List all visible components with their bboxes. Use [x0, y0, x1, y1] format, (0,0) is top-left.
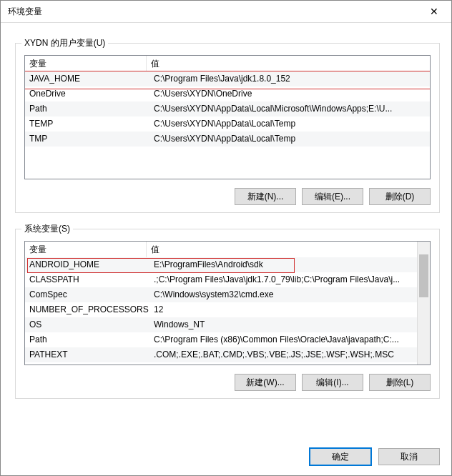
col-header-variable[interactable]: 变量	[25, 56, 147, 71]
table-row[interactable]: ANDROID_HOME E:\ProgramFiles\Android\sdk	[25, 257, 418, 272]
content-area: XYDN 的用户变量(U) 变量 值 JAVA_HOME C:\Program …	[1, 23, 451, 440]
dialog-footer: 确定 取消	[1, 440, 451, 475]
cell-var: CLASSPATH	[25, 272, 151, 287]
table-row[interactable]: PATHEXT .COM;.EXE;.BAT;.CMD;.VBS;.VBE;.J…	[25, 347, 418, 362]
table-row[interactable]: CLASSPATH .;C:\Program Files\Java\jdk1.7…	[25, 272, 418, 287]
delete-button[interactable]: 删除(D)	[369, 188, 431, 205]
table-row[interactable]: JAVA_HOME C:\Program Files\Java\jdk1.8.0…	[25, 71, 430, 86]
user-vars-header: 变量 值	[25, 56, 430, 72]
col-header-variable[interactable]: 变量	[25, 242, 147, 257]
cell-val: 12	[151, 302, 418, 317]
new-button[interactable]: 新建(W)...	[235, 374, 296, 391]
table-row[interactable]: ComSpec C:\Windows\system32\cmd.exe	[25, 287, 418, 302]
user-rows: JAVA_HOME C:\Program Files\Java\jdk1.8.0…	[25, 71, 430, 147]
cell-val: C:\Users\XYDN\AppData\Local\Temp	[151, 116, 430, 132]
cancel-button[interactable]: 取消	[378, 448, 440, 465]
cell-val: .;C:\Program Files\Java\jdk1.7.0_79\lib;…	[151, 272, 418, 287]
cell-var: Path	[25, 101, 151, 116]
system-vars-list[interactable]: 变量 值 ANDROID_HOME E:\ProgramFiles\Androi…	[24, 241, 431, 365]
edit-button[interactable]: 编辑(I)...	[302, 374, 363, 391]
window-title: 环境变量	[8, 6, 420, 18]
cell-val: C:\Users\XYDN\AppData\Local\Microsoft\Wi…	[151, 101, 430, 116]
cell-val: C:\Users\XYDN\OneDrive	[151, 86, 430, 101]
cell-var: Path	[25, 332, 151, 347]
cell-var: NUMBER_OF_PROCESSORS	[25, 302, 151, 317]
cell-val: Windows_NT	[151, 317, 418, 332]
cell-var: TEMP	[25, 116, 151, 132]
cell-var: OS	[25, 317, 151, 332]
cell-val: C:\Windows\system32\cmd.exe	[151, 287, 418, 302]
table-row[interactable]: TEMP C:\Users\XYDN\AppData\Local\Temp	[25, 116, 430, 132]
system-vars-header: 变量 值	[25, 242, 430, 258]
new-button[interactable]: 新建(N)...	[235, 188, 296, 205]
system-rows: ANDROID_HOME E:\ProgramFiles\Android\sdk…	[25, 257, 418, 362]
close-icon[interactable]: ✕	[420, 1, 448, 21]
cell-val: .COM;.EXE;.BAT;.CMD;.VBS;.VBE;.JS;.JSE;.…	[151, 347, 418, 362]
table-row[interactable]: Path C:\Users\XYDN\AppData\Local\Microso…	[25, 101, 430, 116]
system-vars-legend: 系统变量(S)	[21, 223, 73, 235]
table-row[interactable]: Path C:\Program Files (x86)\Common Files…	[25, 332, 418, 347]
col-header-value[interactable]: 值	[147, 56, 430, 71]
user-vars-list[interactable]: 变量 值 JAVA_HOME C:\Program Files\Java\jdk…	[24, 55, 431, 179]
table-row[interactable]: TMP C:\Users\XYDN\AppData\Local\Temp	[25, 132, 430, 147]
env-vars-dialog: 环境变量 ✕ XYDN 的用户变量(U) 变量 值 JAVA_HOME C:\P…	[0, 0, 452, 476]
user-vars-group: XYDN 的用户变量(U) 变量 值 JAVA_HOME C:\Program …	[15, 43, 440, 213]
system-vars-buttons: 新建(W)... 编辑(I)... 删除(L)	[24, 374, 431, 391]
cell-var: PATHEXT	[25, 347, 151, 362]
cell-var: JAVA_HOME	[25, 71, 151, 86]
cell-var: TMP	[25, 132, 151, 147]
system-vars-group: 系统变量(S) 变量 值 ANDROID_HOME E:\ProgramFile…	[15, 229, 440, 399]
col-header-value[interactable]: 值	[147, 242, 430, 257]
cell-var: ComSpec	[25, 287, 151, 302]
titlebar: 环境变量 ✕	[1, 1, 451, 23]
ok-button[interactable]: 确定	[310, 448, 371, 465]
cell-val: E:\ProgramFiles\Android\sdk	[151, 257, 418, 272]
scrollbar-thumb[interactable]	[419, 254, 428, 297]
user-vars-legend: XYDN 的用户变量(U)	[21, 37, 108, 49]
cell-val: C:\Users\XYDN\AppData\Local\Temp	[151, 132, 430, 147]
user-vars-buttons: 新建(N)... 编辑(E)... 删除(D)	[24, 188, 431, 205]
cell-var: ANDROID_HOME	[25, 257, 151, 272]
table-row[interactable]: OneDrive C:\Users\XYDN\OneDrive	[25, 86, 430, 101]
cell-var: OneDrive	[25, 86, 151, 101]
cell-val: C:\Program Files\Java\jdk1.8.0_152	[151, 71, 430, 86]
table-row[interactable]: NUMBER_OF_PROCESSORS 12	[25, 302, 418, 317]
table-row[interactable]: OS Windows_NT	[25, 317, 418, 332]
cell-val: C:\Program Files (x86)\Common Files\Orac…	[151, 332, 418, 347]
delete-button[interactable]: 删除(L)	[369, 374, 431, 391]
edit-button[interactable]: 编辑(E)...	[302, 188, 363, 205]
scrollbar[interactable]	[417, 242, 430, 365]
